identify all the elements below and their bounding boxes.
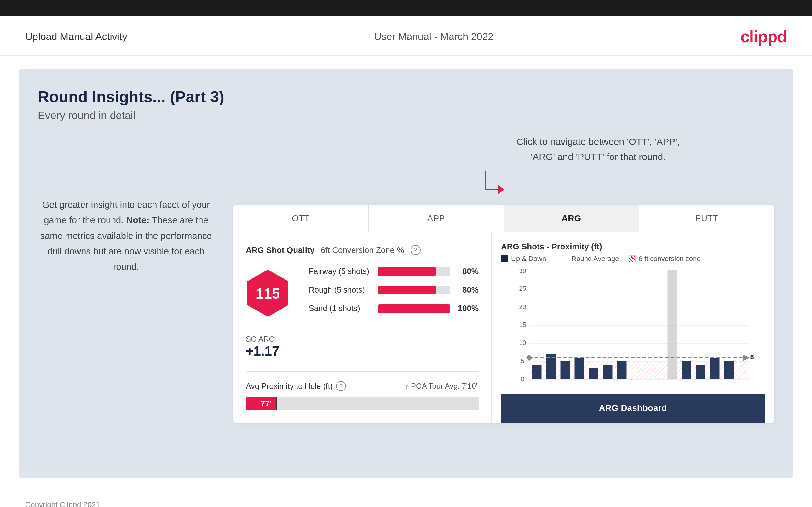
document-title: User Manual - March 2022	[374, 31, 494, 43]
arg-dashboard-button[interactable]: ARG Dashboard	[501, 394, 765, 422]
svg-marker-33	[743, 354, 750, 361]
sg-arg-value: +1.17	[246, 344, 478, 359]
svg-rect-25	[603, 365, 613, 380]
svg-text:25: 25	[519, 285, 526, 292]
header: Upload Manual Activity User Manual - Mar…	[0, 16, 812, 56]
chart-header: ARG Shots - Proximity (ft) Up & Down Rou…	[501, 242, 765, 263]
svg-rect-23	[575, 358, 584, 380]
info-icon[interactable]: ?	[411, 245, 421, 255]
svg-text:10: 10	[519, 339, 526, 346]
svg-text:8: 8	[750, 353, 754, 361]
legend-round-avg-icon	[556, 259, 568, 260]
legend-6ft-icon	[628, 256, 636, 262]
sand-pct: 100%	[453, 303, 478, 313]
svg-rect-26	[617, 361, 627, 380]
svg-rect-31	[724, 361, 734, 380]
main-content: Round Insights... (Part 3) Every round i…	[19, 69, 793, 478]
sand-label: Sand (1 shots)	[309, 304, 378, 313]
svg-text:5: 5	[521, 357, 524, 364]
proximity-pga: ↑ PGA Tour Avg: 7'10"	[405, 382, 478, 391]
upload-manual-activity-label: Upload Manual Activity	[25, 31, 127, 43]
legend-round-avg-label: Round Average	[571, 255, 619, 263]
rough-bar-container: 80%	[378, 285, 478, 295]
shot-row-fairway: Fairway (5 shots) 80%	[309, 267, 478, 276]
sg-arg-label: SG ARG	[246, 335, 478, 344]
fairway-bar-container: 80%	[378, 267, 478, 276]
svg-rect-22	[561, 361, 570, 380]
svg-rect-29	[696, 365, 706, 380]
fairway-pct: 80%	[453, 267, 478, 276]
proximity-bar-fill: 77'	[246, 397, 276, 410]
svg-rect-20	[532, 365, 542, 380]
svg-rect-30	[710, 358, 720, 380]
svg-rect-35	[526, 354, 532, 361]
hex-score-value: 115	[256, 285, 280, 302]
sand-bar-wrapper	[378, 304, 450, 313]
sand-bar-fill	[378, 304, 450, 313]
6ft-conversion-label: 6ft Conversion Zone %	[321, 245, 404, 255]
legend-6ft: 6 ft conversion zone	[628, 255, 701, 263]
legend-6ft-label: 6 ft conversion zone	[639, 255, 701, 263]
insight-text: Get greater insight into each facet of y…	[38, 197, 214, 275]
fairway-label: Fairway (5 shots)	[309, 267, 378, 276]
svg-text:15: 15	[519, 321, 526, 328]
rough-bar-wrapper	[378, 286, 450, 294]
sg-arg-section: SG ARG +1.17	[246, 335, 478, 359]
card-right-panel: ARG Shots - Proximity (ft) Up & Down Rou…	[492, 232, 774, 422]
rough-pct: 80%	[453, 285, 478, 295]
tab-ott[interactable]: OTT	[233, 205, 369, 232]
proximity-bar-value: 77'	[261, 399, 271, 408]
legend-up-down: Up & Down	[501, 255, 546, 263]
tab-app[interactable]: APP	[369, 205, 504, 232]
card-left-panel: ARG Shot Quality 6ft Conversion Zone % ?…	[233, 232, 492, 422]
proximity-cursor	[276, 397, 277, 410]
proximity-title: Avg Proximity to Hole (ft) ?	[246, 381, 346, 391]
shot-row-sand: Sand (1 shots) 100%	[309, 303, 478, 313]
content-layout: Get greater insight into each facet of y…	[38, 134, 774, 422]
legend-up-down-label: Up & Down	[511, 255, 546, 263]
clippd-logo: clippd	[741, 27, 787, 46]
shot-quality-bars: Fairway (5 shots) 80%	[309, 267, 478, 322]
rough-bar-fill	[378, 286, 436, 294]
arg-chart: 0 5 10 15 20 25 30	[501, 269, 765, 389]
svg-rect-27	[668, 270, 677, 380]
fairway-bar-wrapper	[378, 267, 450, 276]
chart-title: ARG Shots - Proximity (ft)	[501, 242, 602, 251]
svg-rect-24	[589, 369, 598, 380]
annotation-area: Click to navigate between 'OTT', 'APP','…	[233, 134, 774, 199]
svg-rect-28	[682, 361, 691, 380]
arrow-icon	[479, 168, 517, 199]
hexagon-shape: 115	[246, 268, 290, 318]
card-body: ARG Shot Quality 6ft Conversion Zone % ?…	[233, 232, 774, 422]
copyright-text: Copyright Clippd 2021	[25, 500, 100, 507]
tab-bar: OTT APP ARG PUTT	[233, 205, 774, 232]
left-panel: Get greater insight into each facet of y…	[38, 134, 214, 275]
tab-putt[interactable]: PUTT	[639, 205, 774, 232]
sand-bar-container: 100%	[378, 303, 478, 313]
right-panel: Click to navigate between 'OTT', 'APP','…	[233, 134, 774, 422]
arg-shot-quality-label: ARG Shot Quality	[246, 245, 314, 255]
svg-text:30: 30	[519, 267, 526, 274]
chart-legend: Up & Down Round Average 6 ft conversion …	[501, 255, 701, 263]
proximity-bar-wrapper: 77'	[246, 397, 478, 410]
top-bar	[0, 0, 812, 16]
annotation-text: Click to navigate between 'OTT', 'APP','…	[422, 134, 774, 164]
proximity-header: Avg Proximity to Hole (ft) ? ↑ PGA Tour …	[246, 381, 478, 391]
tab-arg[interactable]: ARG	[504, 205, 639, 232]
proximity-section: Avg Proximity to Hole (ft) ? ↑ PGA Tour …	[246, 371, 478, 410]
svg-text:0: 0	[521, 375, 524, 382]
footer: Copyright Clippd 2021	[0, 491, 812, 507]
proximity-info-icon[interactable]: ?	[336, 381, 346, 391]
shot-row-rough: Rough (5 shots) 80%	[309, 285, 478, 295]
legend-round-avg: Round Average	[556, 255, 619, 263]
svg-marker-2	[498, 185, 504, 194]
card-section-header: ARG Shot Quality 6ft Conversion Zone % ?	[246, 245, 478, 255]
fairway-bar-fill	[378, 267, 436, 276]
section-title: Round Insights... (Part 3)	[38, 88, 774, 106]
svg-text:20: 20	[519, 303, 526, 310]
section-subtitle: Every round in detail	[38, 109, 774, 122]
legend-up-down-icon	[501, 256, 508, 262]
rough-label: Rough (5 shots)	[309, 285, 378, 294]
main-card: OTT APP ARG PUTT	[233, 205, 774, 422]
hex-score-section: 115	[246, 268, 290, 321]
